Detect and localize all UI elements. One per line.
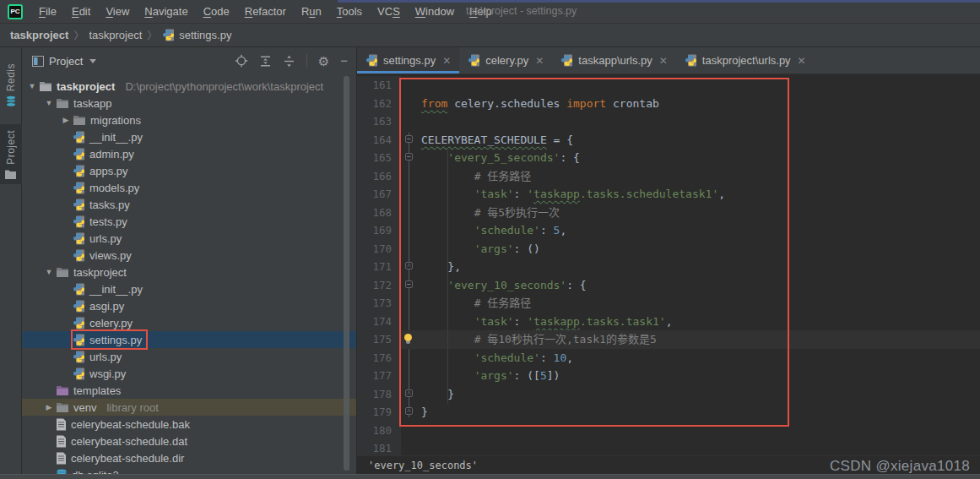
tree-item-asgi-py[interactable]: asgi.py: [22, 297, 356, 314]
breadcrumb-project[interactable]: taskproject: [10, 29, 68, 41]
code-line-170[interactable]: 170 'args': (): [357, 240, 980, 259]
tree-item-init-py[interactable]: __init__.py: [22, 280, 356, 297]
code-line-164[interactable]: 164−CELERYBEAT_SCHEDULE = {: [357, 131, 980, 150]
tree-item-celerybeat-schedule-dat[interactable]: celerybeat-schedule.dat: [22, 433, 356, 449]
code-line-168[interactable]: 168 # 每5秒执行一次: [357, 204, 980, 222]
code-editor[interactable]: 161162from celery.schedules import cront…: [357, 74, 980, 455]
settings-gear-icon[interactable]: ⚙: [318, 55, 329, 68]
tree-item-urls-py[interactable]: urls.py: [22, 230, 356, 247]
tree-item-templates[interactable]: templates: [22, 382, 356, 399]
code-line-177[interactable]: 177 'args': ([5]): [357, 367, 980, 385]
chevron-expanded-icon[interactable]: ▼: [42, 268, 56, 276]
fold-end-icon[interactable]: ˄: [405, 262, 413, 269]
code-line-163[interactable]: 163: [357, 112, 980, 131]
fold-end-icon[interactable]: ˄: [405, 389, 413, 397]
menu-navigate[interactable]: Navigate: [137, 0, 195, 24]
tree-item-init-py[interactable]: __init__.py: [22, 128, 356, 145]
code-context-item[interactable]: 'every_10_seconds': [368, 460, 478, 471]
code-line-167[interactable]: 167 'task': 'taskapp.tasks.scheduletask1…: [357, 185, 980, 204]
stripe-button-project[interactable]: Project: [0, 124, 22, 184]
code-line-169[interactable]: 169 'schedule': 5,: [357, 221, 980, 240]
code-line-181[interactable]: 181: [357, 439, 980, 455]
tree-item-urls-py[interactable]: urls.py: [22, 348, 356, 365]
line-number: 175: [357, 330, 401, 349]
fold-start-icon[interactable]: −: [405, 153, 413, 161]
line-number: 173: [357, 294, 401, 313]
chevron-collapsed-icon[interactable]: ▶: [42, 403, 56, 411]
menu-tools[interactable]: Tools: [329, 0, 370, 24]
intention-bulb-icon[interactable]: [404, 334, 412, 344]
tree-item-taskapp[interactable]: ▼taskapp: [22, 95, 356, 112]
menu-vcs[interactable]: VCS: [370, 0, 408, 24]
locate-icon[interactable]: [235, 54, 248, 68]
code-line-178[interactable]: 178˄ }: [357, 385, 980, 404]
line-number: 176: [357, 349, 401, 367]
code-line-179[interactable]: 179˄}: [357, 403, 980, 422]
breadcrumb-separator-icon: 〉: [73, 28, 84, 42]
tree-item-taskproject[interactable]: ▼taskprojectD:\project\pythonproject\wor…: [22, 78, 356, 95]
code-line-162[interactable]: 162from celery.schedules import crontab: [357, 95, 980, 113]
tab-settings-py[interactable]: settings.py✕: [357, 47, 459, 73]
code-line-176[interactable]: 176 'schedule': 10,: [357, 349, 980, 367]
code-line-180[interactable]: 180: [357, 422, 980, 440]
tree-item-tests-py[interactable]: tests.py: [22, 213, 356, 230]
chevron-expanded-icon[interactable]: ▼: [42, 99, 56, 107]
code-line-171[interactable]: 171˄ },: [357, 258, 980, 276]
code-line-175[interactable]: 175 # 每10秒执行一次,task1的参数是5: [357, 330, 980, 349]
tree-item-db-sqlite3[interactable]: db.sqlite3: [22, 466, 356, 474]
menu-window[interactable]: Window: [408, 0, 462, 24]
code-line-166[interactable]: 166 # 任务路径: [357, 167, 980, 186]
tree-scrollbar[interactable]: [344, 76, 349, 471]
expand-all-icon[interactable]: [259, 55, 272, 68]
tree-item-apps-py[interactable]: apps.py: [22, 162, 356, 179]
tab-taskproject-urls-py[interactable]: taskproject\urls.py✕: [676, 47, 815, 73]
code-line-161[interactable]: 161: [357, 76, 980, 95]
close-tab-icon[interactable]: ✕: [442, 55, 451, 67]
breadcrumb-package[interactable]: taskproject: [89, 29, 142, 41]
tree-item-celery-py[interactable]: celery.py: [22, 314, 356, 331]
breadcrumb-file[interactable]: settings.py: [162, 29, 231, 41]
tree-item-admin-py[interactable]: admin.py: [22, 145, 356, 162]
menu-run[interactable]: Run: [294, 0, 329, 24]
tree-item-wsgi-py[interactable]: wsgi.py: [22, 365, 356, 382]
tree-item-settings-py[interactable]: settings.py: [22, 331, 356, 348]
hide-panel-icon[interactable]: −: [340, 56, 348, 66]
code-line-165[interactable]: 165− 'every_5_seconds': {: [357, 149, 980, 167]
menu-code[interactable]: Code: [196, 0, 237, 24]
menu-file[interactable]: File: [31, 0, 64, 24]
tab-taskapp-urls-py[interactable]: taskapp\urls.py✕: [552, 47, 676, 73]
menu-refactor[interactable]: Refactor: [237, 0, 294, 24]
chevron-collapsed-icon[interactable]: ▶: [59, 116, 73, 124]
tree-item-models-py[interactable]: models.py: [22, 179, 356, 196]
close-tab-icon[interactable]: ✕: [798, 55, 806, 67]
code-line-174[interactable]: 174 'task': 'taskapp.tasks.task1',: [357, 313, 980, 331]
tree-item-taskproject[interactable]: ▼taskproject: [22, 264, 356, 280]
stripe-button-redis[interactable]: Redis: [0, 57, 22, 112]
code-line-173[interactable]: 173 # 任务路径: [357, 294, 980, 313]
tab-celery-py[interactable]: celery.py✕: [459, 47, 552, 73]
chevron-down-icon[interactable]: [89, 59, 96, 63]
tree-item-label: celerybeat-schedule.dir: [71, 452, 184, 465]
code-line-172[interactable]: 172− 'every_10_seconds': {: [357, 276, 980, 295]
tree-item-venv[interactable]: ▶venvlibrary root: [22, 399, 356, 416]
python-file-icon: [365, 54, 378, 67]
tree-item-migrations[interactable]: ▶migrations: [22, 112, 356, 128]
tree-item-tasks-py[interactable]: tasks.py: [22, 196, 356, 213]
close-tab-icon[interactable]: ✕: [535, 55, 544, 67]
tree-item-views-py[interactable]: views.py: [22, 247, 356, 264]
project-panel-title[interactable]: Project: [49, 55, 83, 68]
menu-view[interactable]: View: [98, 0, 137, 24]
file-icon: [56, 452, 67, 465]
collapse-all-icon[interactable]: [283, 55, 295, 68]
line-number: 170: [357, 240, 401, 259]
chevron-expanded-icon[interactable]: ▼: [25, 82, 39, 90]
tree-item-celerybeat-schedule-bak[interactable]: celerybeat-schedule.bak: [22, 416, 356, 433]
fold-end-icon[interactable]: ˄: [405, 407, 413, 415]
tree-item-celerybeat-schedule-dir[interactable]: celerybeat-schedule.dir: [22, 449, 356, 466]
menu-edit[interactable]: Edit: [64, 0, 98, 24]
close-tab-icon[interactable]: ✕: [659, 55, 668, 67]
folder-root-icon: [39, 81, 52, 92]
tree-item-content: __init__.py: [73, 280, 147, 297]
fold-start-icon[interactable]: −: [405, 280, 413, 288]
fold-start-icon[interactable]: −: [405, 135, 413, 143]
